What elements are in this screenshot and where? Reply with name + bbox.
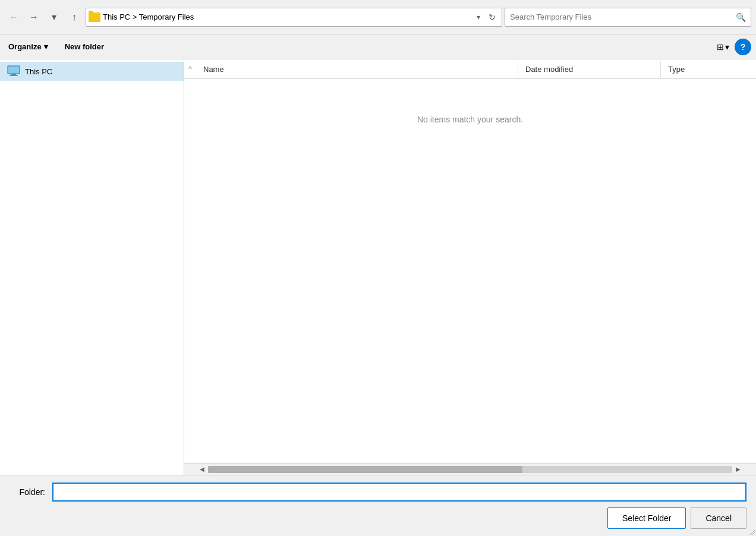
view-button[interactable]: ⊞ ▾ <box>714 39 732 55</box>
bottom-panel: Folder: Select Folder Cancel <box>0 475 756 536</box>
view-icon: ⊞ <box>717 42 724 52</box>
date-modified-label: Date modified <box>525 65 573 74</box>
sidebar-item-this-pc[interactable]: This PC <box>0 62 184 81</box>
help-label: ? <box>741 42 746 52</box>
date-modified-column-header[interactable]: Date modified <box>518 61 661 77</box>
resize-handle[interactable] <box>748 528 755 535</box>
scroll-thumb[interactable] <box>208 466 522 473</box>
address-chevron[interactable]: ▾ <box>474 12 483 23</box>
sidebar: This PC <box>0 59 184 475</box>
horizontal-scrollbar[interactable]: ◀ ▶ <box>184 463 756 475</box>
folder-icon <box>89 12 100 22</box>
main-content: This PC ^ Name Date modified Type No ite… <box>0 59 756 475</box>
column-headers: ^ Name Date modified Type <box>184 59 756 79</box>
name-column-header[interactable]: Name <box>196 61 518 77</box>
svg-rect-0 <box>8 66 20 74</box>
svg-rect-2 <box>10 75 18 76</box>
organize-label: Organize <box>8 42 42 51</box>
search-input[interactable] <box>510 12 733 21</box>
action-toolbar: Organize ▾ New folder ⊞ ▾ ? <box>0 34 756 59</box>
sort-arrow[interactable]: ^ <box>184 59 196 78</box>
folder-row: Folder: <box>10 483 746 502</box>
address-path: This PC > Temporary Files <box>103 12 472 21</box>
search-box[interactable]: 🔍 <box>505 8 751 27</box>
empty-state: No items match your search. <box>184 79 756 463</box>
svg-rect-1 <box>11 74 16 75</box>
sidebar-item-label: This PC <box>25 67 52 76</box>
folder-input[interactable] <box>52 483 746 502</box>
scroll-left-button[interactable]: ◀ <box>196 464 208 475</box>
scroll-right-button[interactable]: ▶ <box>732 464 744 475</box>
name-label: Name <box>203 65 224 74</box>
navigation-toolbar: ← → ▾ ↑ This PC > Temporary Files ▾ ↻ 🔍 <box>0 0 756 34</box>
folder-label: Folder: <box>10 487 45 497</box>
new-folder-label: New folder <box>65 42 104 51</box>
scroll-track[interactable] <box>208 466 732 473</box>
type-label: Type <box>668 65 685 74</box>
empty-message: No items match your search. <box>417 115 523 124</box>
dropdown-button[interactable]: ▾ <box>45 8 63 26</box>
address-bar[interactable]: This PC > Temporary Files ▾ ↻ <box>86 8 502 27</box>
svg-line-4 <box>752 532 755 535</box>
new-folder-button[interactable]: New folder <box>61 40 108 53</box>
help-button[interactable]: ? <box>735 39 751 55</box>
sort-indicator: ^ <box>188 65 192 73</box>
button-row: Select Folder Cancel <box>10 507 746 529</box>
refresh-button[interactable]: ↻ <box>485 10 499 24</box>
view-chevron-icon: ▾ <box>725 42 729 52</box>
forward-button[interactable]: → <box>25 8 43 26</box>
search-icon[interactable]: 🔍 <box>736 12 746 22</box>
pc-monitor-icon <box>7 65 20 77</box>
toolbar-right: ⊞ ▾ ? <box>714 39 751 55</box>
svg-line-3 <box>750 530 755 535</box>
type-column-header[interactable]: Type <box>661 61 756 77</box>
organize-button[interactable]: Organize ▾ <box>5 40 52 53</box>
file-area: ^ Name Date modified Type No items match… <box>184 59 756 475</box>
back-button[interactable]: ← <box>5 8 23 26</box>
organize-chevron-icon: ▾ <box>44 42 48 51</box>
cancel-button[interactable]: Cancel <box>691 507 746 529</box>
select-folder-button[interactable]: Select Folder <box>607 507 686 529</box>
up-button[interactable]: ↑ <box>65 8 83 26</box>
